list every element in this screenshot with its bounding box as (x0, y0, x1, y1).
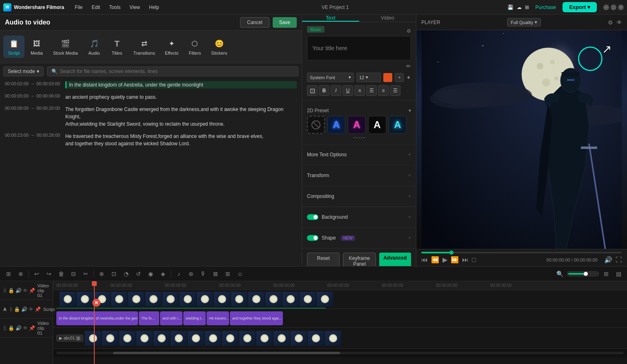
filter-icon[interactable]: ⊠ (210, 269, 221, 279)
eye-video1-icon[interactable]: 👁 (23, 325, 28, 331)
menu-view[interactable]: View (125, 3, 144, 12)
link-icon[interactable]: ⊞ (222, 269, 233, 279)
playhead-marker[interactable]: ✕ (92, 299, 100, 307)
pin-script-icon[interactable]: 📌 (35, 306, 41, 312)
equalizer-icon[interactable]: ▤ (613, 269, 624, 279)
video-thumb-8[interactable] (197, 292, 213, 306)
quality-select[interactable]: Full Quality ▾ (507, 18, 541, 27)
progress-handle[interactable] (449, 251, 454, 255)
color-icon[interactable]: ◉ (145, 269, 156, 279)
align-center-button[interactable]: ☰ (366, 85, 377, 96)
video-thumb-14[interactable] (300, 292, 316, 306)
settings-icon[interactable]: ⚙ (608, 19, 613, 26)
video1-thumb-0[interactable] (85, 331, 101, 346)
video-thumb-3[interactable] (111, 292, 127, 306)
clock-icon[interactable]: ◔ (121, 269, 131, 279)
save-button[interactable]: Save (273, 17, 297, 28)
settings-icon[interactable]: ⚙ (407, 28, 411, 34)
video-clip-label[interactable]: ▶ abc01 1 (56, 335, 83, 342)
redo-button[interactable]: ↪ (44, 269, 54, 279)
reset-button[interactable]: Reset (307, 253, 340, 266)
video-thumb-9[interactable] (214, 292, 230, 306)
script-text-0[interactable]: In the distant kingdom of Aestrelia, und… (65, 81, 297, 89)
script-text-2[interactable]: The forgotten Dragonbone Castle emerged … (65, 106, 297, 128)
edit-pencil-icon[interactable]: ✏ (406, 63, 411, 69)
align-justify-button[interactable]: ☰ (390, 85, 400, 96)
background-toggle[interactable]: Background + (307, 211, 411, 223)
lock-icon[interactable]: ⊛ (186, 269, 196, 279)
toolbar-titles[interactable]: T Titles (107, 36, 128, 58)
eye-icon[interactable]: 👁 (616, 19, 622, 26)
toolbar-stock-media[interactable]: 🎬 Stock Media (49, 36, 82, 58)
audio-track-icon[interactable]: 🔊 (16, 288, 22, 293)
fast-forward-button[interactable]: ⏩ (451, 256, 459, 264)
tab-video[interactable]: Video (359, 15, 416, 22)
scrollbar-thumb[interactable] (113, 352, 340, 354)
compositing-toggle[interactable]: Compositing + (307, 190, 411, 202)
script-clip-3[interactable]: wielding t... (183, 311, 206, 325)
audio-script-icon[interactable]: 🔊 (21, 306, 27, 312)
script-clip-5[interactable]: and together they stood agai... (230, 311, 283, 325)
color-swatch[interactable] (383, 73, 392, 82)
fullscreen-icon[interactable]: ⛶ (616, 256, 622, 264)
video1-thumb-8[interactable] (222, 331, 238, 346)
pin-track-icon[interactable]: 📌 (29, 288, 35, 293)
audio-adjust-icon[interactable]: ♪ (173, 269, 184, 279)
layout-icon[interactable]: ⊞ (3, 269, 14, 279)
video1-thumb-14[interactable] (325, 331, 341, 346)
video1-thumb-3[interactable] (136, 331, 153, 346)
duplicate-icon[interactable]: ⊟ (68, 269, 79, 279)
loop-button[interactable]: □ (472, 256, 476, 264)
video-thumb-6[interactable] (162, 292, 179, 306)
zoom-control[interactable]: 🔍 (554, 269, 565, 279)
volume-icon[interactable]: 🔊 (604, 256, 612, 264)
toolbar-media[interactable]: 🖼 Media (26, 36, 47, 58)
lock-video1-icon[interactable]: 🔒 (8, 325, 14, 331)
menu-file[interactable]: File (71, 3, 87, 12)
toolbar-filters[interactable]: ⬡ Filters (184, 36, 205, 58)
progress-bar[interactable] (421, 252, 622, 253)
video1-thumb-11[interactable] (273, 331, 290, 346)
lock-track-icon[interactable]: 🔒 (8, 288, 14, 293)
script-text-1[interactable]: an ancient prophecy quietly came to pass… (65, 93, 297, 101)
timeline-scrollbar[interactable] (56, 352, 624, 354)
sticker-icon[interactable]: ☺ (235, 269, 245, 279)
bold-button[interactable]: B (319, 85, 329, 96)
preset-expand-icon[interactable]: ▾ (409, 108, 411, 113)
search-input[interactable] (60, 69, 294, 74)
background-toggle-switch[interactable] (307, 214, 318, 220)
preset-item-4[interactable]: A (389, 116, 407, 134)
play-button[interactable]: ▶ (442, 256, 447, 264)
skip-forward-button[interactable]: ⏭ (462, 256, 469, 264)
video-thumb-1[interactable] (77, 292, 93, 306)
minimize-button[interactable]: — (603, 4, 609, 10)
text-align-left-icon[interactable]: ⊡ (307, 85, 318, 96)
video1-thumb-10[interactable] (256, 331, 273, 346)
script-clip-0[interactable]: In the distant kingdom of Aestrelia,unde… (56, 311, 138, 325)
lock-script-icon[interactable]: 🔒 (14, 306, 20, 312)
preset-item-3[interactable]: A (368, 116, 386, 134)
export-button[interactable]: Export ▾ (563, 2, 597, 12)
script-clip-2[interactable]: and with i... (160, 311, 182, 325)
advanced-button[interactable]: Advanced (379, 253, 411, 266)
menu-edit[interactable]: Edit (87, 3, 104, 12)
toolbar-stickers[interactable]: 😊 Stickers (207, 36, 231, 58)
preset-item-empty[interactable] (307, 116, 325, 134)
select-mode-button[interactable]: Select mode ▾ (3, 67, 44, 76)
grid-icon[interactable]: ⊞ (525, 4, 529, 10)
transform-toggle[interactable]: Transform + (307, 169, 411, 182)
preset-item-1[interactable]: A (327, 116, 345, 134)
cut-button[interactable]: ✂ (80, 269, 91, 279)
video1-thumb-1[interactable] (102, 331, 118, 346)
menu-tools[interactable]: Tools (105, 3, 125, 12)
align-left-button[interactable]: ≡ (354, 85, 365, 96)
video-thumb-7[interactable] (180, 292, 196, 306)
video1-thumb-2[interactable] (119, 331, 136, 346)
toolbar-effects[interactable]: ✦ Effects (161, 36, 182, 58)
zoom-in-icon[interactable]: ⊕ (96, 269, 107, 279)
skip-back-button[interactable]: ⏮ (421, 256, 428, 264)
video-thumb-11[interactable] (248, 292, 265, 306)
zoom-slider[interactable] (567, 271, 599, 277)
video-thumb-15[interactable] (317, 292, 333, 306)
video1-thumb-12[interactable] (291, 331, 307, 346)
